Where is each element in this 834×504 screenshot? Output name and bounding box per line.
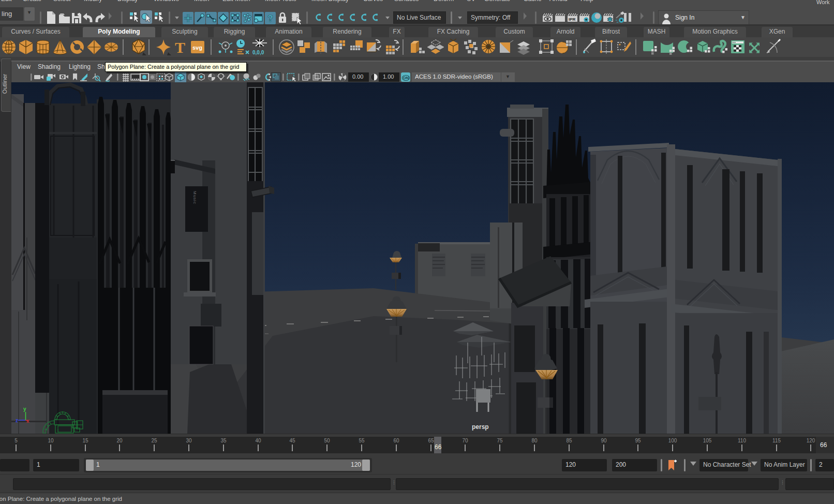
svg-text:IPR: IPR [569,17,576,22]
svg-text:0,0,0: 0,0,0 [252,50,264,55]
svg-text:x: x [26,418,29,424]
svg-text:?: ? [267,13,273,24]
svg-text:y: y [23,406,26,412]
svg-text:T: T [175,39,185,56]
svg-text:z: z [16,418,18,423]
svg-text:persp: persp [472,423,489,431]
svg-text:svg: svg [192,45,202,51]
svg-text:Music: Music [192,191,197,204]
